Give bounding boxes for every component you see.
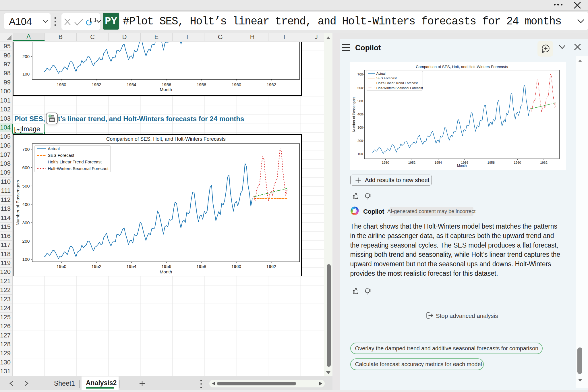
svg-text:1960: 1960 [514,161,521,164]
svg-text:1962: 1962 [540,161,548,164]
svg-text:600: 600 [357,86,363,89]
svg-text:500: 500 [22,184,30,188]
svg-text:100: 100 [357,152,363,156]
svg-text:Holt's Linear Trend Forecast: Holt's Linear Trend Forecast [376,81,418,85]
svg-text:Number of Passengers: Number of Passengers [352,97,356,132]
svg-text:SES Forecast: SES Forecast [48,153,74,158]
svg-text:Holt's Linear Trend Forecast: Holt's Linear Trend Forecast [48,159,102,164]
svg-text:Month: Month [457,164,467,168]
svg-text:1950: 1950 [57,82,66,87]
svg-text:500: 500 [357,99,363,103]
svg-text:1960: 1960 [231,264,241,269]
svg-text:1952: 1952 [92,264,101,269]
svg-text:Comparison of SES, Holt, and H: Comparison of SES, Holt, and Holt-Winter… [106,136,226,142]
svg-text:700: 700 [22,147,30,152]
svg-text:1950: 1950 [382,161,389,164]
svg-text:Month: Month [160,269,172,274]
svg-text:Holt-Winters Seasonal Forecast: Holt-Winters Seasonal Forecast [376,86,423,90]
svg-text:400: 400 [22,202,30,206]
svg-text:1954: 1954 [127,82,136,87]
svg-text:1962: 1962 [267,82,276,87]
svg-text:100: 100 [22,71,30,76]
svg-text:700: 700 [357,73,363,76]
svg-text:Actual: Actual [48,146,60,151]
svg-text:Comparison of SES, Holt, and H: Comparison of SES, Holt, and Holt-Winter… [416,65,508,69]
svg-text:600: 600 [22,165,30,170]
svg-text:1956: 1956 [162,82,171,87]
svg-text:1958: 1958 [196,264,206,269]
svg-text:1950: 1950 [57,264,66,269]
svg-text:1952: 1952 [92,82,101,87]
svg-text:Number of Passengers: Number of Passengers [15,180,20,225]
svg-text:300: 300 [357,126,363,129]
svg-text:1962: 1962 [266,264,276,269]
svg-text:1952: 1952 [408,161,415,164]
svg-text:1956: 1956 [161,264,171,269]
svg-text:200: 200 [22,238,30,243]
svg-text:1954: 1954 [126,264,136,269]
svg-text:1960: 1960 [232,82,241,87]
svg-text:200: 200 [22,54,30,59]
svg-text:Month: Month [160,87,172,92]
svg-text:1958: 1958 [197,82,206,87]
svg-text:SES Forecast: SES Forecast [376,76,397,80]
svg-text:200: 200 [357,139,363,142]
svg-text:Actual: Actual [376,72,385,75]
svg-text:Holt-Winters Seasonal Forecast: Holt-Winters Seasonal Forecast [48,166,109,171]
svg-text:400: 400 [357,112,363,116]
svg-text:1954: 1954 [434,161,442,164]
svg-text:300: 300 [22,220,30,225]
svg-text:1958: 1958 [487,161,495,164]
svg-text:100: 100 [22,257,30,262]
